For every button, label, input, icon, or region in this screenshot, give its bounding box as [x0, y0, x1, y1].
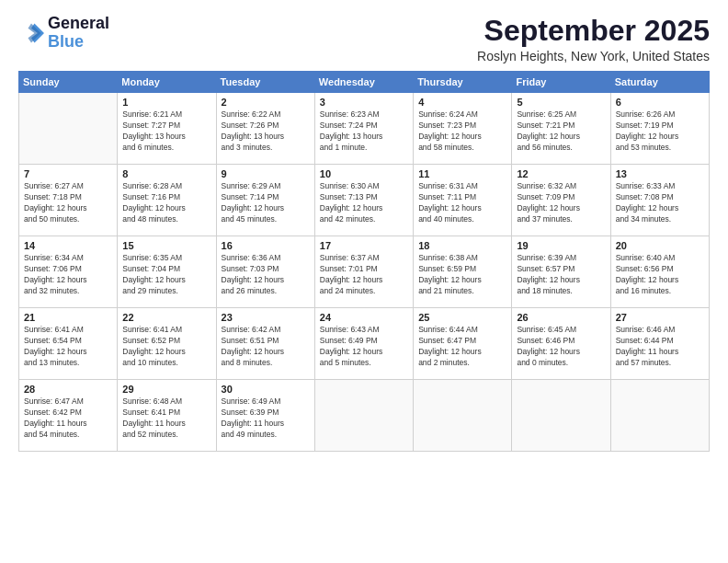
day-info: Sunrise: 6:33 AM Sunset: 7:08 PM Dayligh…	[616, 181, 704, 225]
table-row: 13Sunrise: 6:33 AM Sunset: 7:08 PM Dayli…	[610, 165, 709, 236]
day-number: 29	[122, 384, 210, 395]
day-info: Sunrise: 6:40 AM Sunset: 6:56 PM Dayligh…	[616, 253, 704, 297]
day-info: Sunrise: 6:45 AM Sunset: 6:46 PM Dayligh…	[517, 325, 605, 369]
day-number: 3	[320, 97, 408, 108]
calendar-week-1: 1Sunrise: 6:21 AM Sunset: 7:27 PM Daylig…	[19, 93, 710, 165]
day-info: Sunrise: 6:47 AM Sunset: 6:42 PM Dayligh…	[24, 396, 112, 441]
table-row	[414, 380, 512, 452]
day-number: 16	[222, 240, 310, 251]
day-info: Sunrise: 6:32 AM Sunset: 7:09 PM Dayligh…	[517, 181, 605, 225]
day-info: Sunrise: 6:43 AM Sunset: 6:49 PM Dayligh…	[320, 325, 408, 369]
day-number: 1	[122, 97, 210, 108]
col-wednesday: Wednesday	[314, 72, 413, 93]
table-row	[610, 380, 709, 452]
day-info: Sunrise: 6:41 AM Sunset: 6:52 PM Dayligh…	[122, 325, 210, 369]
day-info: Sunrise: 6:22 AM Sunset: 7:26 PM Dayligh…	[222, 109, 310, 154]
day-number: 24	[320, 312, 408, 323]
table-row: 16Sunrise: 6:36 AM Sunset: 7:03 PM Dayli…	[216, 236, 314, 308]
col-thursday: Thursday	[414, 72, 512, 93]
logo-icon	[18, 20, 44, 46]
day-number: 11	[418, 168, 506, 179]
day-info: Sunrise: 6:49 AM Sunset: 6:39 PM Dayligh…	[222, 396, 310, 441]
day-number: 4	[418, 97, 506, 108]
logo-line2: Blue	[48, 32, 84, 51]
table-row: 9Sunrise: 6:29 AM Sunset: 7:14 PM Daylig…	[216, 165, 314, 236]
day-info: Sunrise: 6:46 AM Sunset: 6:44 PM Dayligh…	[616, 325, 704, 369]
day-number: 15	[122, 240, 210, 251]
table-row: 8Sunrise: 6:28 AM Sunset: 7:16 PM Daylig…	[118, 165, 216, 236]
day-info: Sunrise: 6:23 AM Sunset: 7:24 PM Dayligh…	[320, 109, 408, 154]
day-info: Sunrise: 6:24 AM Sunset: 7:23 PM Dayligh…	[418, 109, 506, 154]
header: General Blue September 2025 Roslyn Heigh…	[18, 15, 710, 63]
day-info: Sunrise: 6:28 AM Sunset: 7:16 PM Dayligh…	[122, 181, 210, 225]
table-row: 22Sunrise: 6:41 AM Sunset: 6:52 PM Dayli…	[118, 308, 216, 380]
table-row: 20Sunrise: 6:40 AM Sunset: 6:56 PM Dayli…	[610, 236, 709, 308]
calendar-week-3: 14Sunrise: 6:34 AM Sunset: 7:06 PM Dayli…	[19, 236, 710, 308]
day-info: Sunrise: 6:35 AM Sunset: 7:04 PM Dayligh…	[122, 253, 210, 297]
day-number: 23	[222, 312, 310, 323]
table-row	[19, 93, 118, 165]
day-number: 10	[320, 168, 408, 179]
col-monday: Monday	[118, 72, 216, 93]
day-number: 18	[418, 240, 506, 251]
day-number: 7	[24, 168, 112, 179]
logo-text: General Blue	[48, 15, 109, 52]
weekday-header-row: Sunday Monday Tuesday Wednesday Thursday…	[19, 72, 710, 93]
day-info: Sunrise: 6:41 AM Sunset: 6:54 PM Dayligh…	[24, 325, 112, 369]
table-row: 15Sunrise: 6:35 AM Sunset: 7:04 PM Dayli…	[118, 236, 216, 308]
table-row: 28Sunrise: 6:47 AM Sunset: 6:42 PM Dayli…	[19, 380, 118, 452]
logo: General Blue	[18, 15, 109, 52]
day-number: 14	[24, 240, 112, 251]
table-row: 1Sunrise: 6:21 AM Sunset: 7:27 PM Daylig…	[118, 93, 216, 165]
day-number: 8	[122, 168, 210, 179]
day-number: 2	[222, 97, 310, 108]
day-number: 5	[517, 97, 605, 108]
day-info: Sunrise: 6:37 AM Sunset: 7:01 PM Dayligh…	[320, 253, 408, 297]
table-row: 10Sunrise: 6:30 AM Sunset: 7:13 PM Dayli…	[314, 165, 413, 236]
day-info: Sunrise: 6:42 AM Sunset: 6:51 PM Dayligh…	[222, 325, 310, 369]
table-row: 25Sunrise: 6:44 AM Sunset: 6:47 PM Dayli…	[414, 308, 512, 380]
table-row	[512, 380, 610, 452]
day-number: 17	[320, 240, 408, 251]
table-row: 2Sunrise: 6:22 AM Sunset: 7:26 PM Daylig…	[216, 93, 314, 165]
day-info: Sunrise: 6:26 AM Sunset: 7:19 PM Dayligh…	[616, 109, 704, 154]
location: Roslyn Heights, New York, United States	[477, 49, 710, 63]
page: General Blue September 2025 Roslyn Heigh…	[0, 0, 728, 563]
calendar-week-4: 21Sunrise: 6:41 AM Sunset: 6:54 PM Dayli…	[19, 308, 710, 380]
table-row: 11Sunrise: 6:31 AM Sunset: 7:11 PM Dayli…	[414, 165, 512, 236]
day-info: Sunrise: 6:36 AM Sunset: 7:03 PM Dayligh…	[222, 253, 310, 297]
table-row: 18Sunrise: 6:38 AM Sunset: 6:59 PM Dayli…	[414, 236, 512, 308]
day-info: Sunrise: 6:39 AM Sunset: 6:57 PM Dayligh…	[517, 253, 605, 297]
table-row: 17Sunrise: 6:37 AM Sunset: 7:01 PM Dayli…	[314, 236, 413, 308]
table-row: 5Sunrise: 6:25 AM Sunset: 7:21 PM Daylig…	[512, 93, 610, 165]
day-info: Sunrise: 6:30 AM Sunset: 7:13 PM Dayligh…	[320, 181, 408, 225]
table-row: 26Sunrise: 6:45 AM Sunset: 6:46 PM Dayli…	[512, 308, 610, 380]
calendar-week-5: 28Sunrise: 6:47 AM Sunset: 6:42 PM Dayli…	[19, 380, 710, 452]
day-info: Sunrise: 6:34 AM Sunset: 7:06 PM Dayligh…	[24, 253, 112, 297]
table-row: 23Sunrise: 6:42 AM Sunset: 6:51 PM Dayli…	[216, 308, 314, 380]
table-row: 27Sunrise: 6:46 AM Sunset: 6:44 PM Dayli…	[610, 308, 709, 380]
day-info: Sunrise: 6:38 AM Sunset: 6:59 PM Dayligh…	[418, 253, 506, 297]
table-row	[314, 380, 413, 452]
table-row: 30Sunrise: 6:49 AM Sunset: 6:39 PM Dayli…	[216, 380, 314, 452]
day-number: 22	[122, 312, 210, 323]
month-title: September 2025	[477, 15, 710, 47]
table-row: 24Sunrise: 6:43 AM Sunset: 6:49 PM Dayli…	[314, 308, 413, 380]
col-friday: Friday	[512, 72, 610, 93]
table-row: 19Sunrise: 6:39 AM Sunset: 6:57 PM Dayli…	[512, 236, 610, 308]
day-number: 25	[418, 312, 506, 323]
day-info: Sunrise: 6:25 AM Sunset: 7:21 PM Dayligh…	[517, 109, 605, 154]
day-info: Sunrise: 6:44 AM Sunset: 6:47 PM Dayligh…	[418, 325, 506, 369]
table-row: 29Sunrise: 6:48 AM Sunset: 6:41 PM Dayli…	[118, 380, 216, 452]
day-number: 19	[517, 240, 605, 251]
day-info: Sunrise: 6:27 AM Sunset: 7:18 PM Dayligh…	[24, 181, 112, 225]
day-number: 9	[222, 168, 310, 179]
table-row: 12Sunrise: 6:32 AM Sunset: 7:09 PM Dayli…	[512, 165, 610, 236]
day-number: 20	[616, 240, 704, 251]
day-number: 26	[517, 312, 605, 323]
logo-line1: General	[48, 15, 109, 33]
calendar-week-2: 7Sunrise: 6:27 AM Sunset: 7:18 PM Daylig…	[19, 165, 710, 236]
title-block: September 2025 Roslyn Heights, New York,…	[477, 15, 710, 63]
table-row: 6Sunrise: 6:26 AM Sunset: 7:19 PM Daylig…	[610, 93, 709, 165]
day-info: Sunrise: 6:29 AM Sunset: 7:14 PM Dayligh…	[222, 181, 310, 225]
